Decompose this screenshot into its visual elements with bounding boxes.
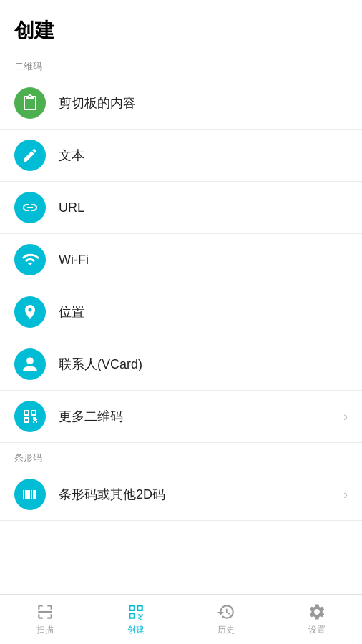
- item-label-barcode: 条形码或其他2D码: [59, 486, 338, 503]
- location-icon: [14, 296, 46, 328]
- list-item-url[interactable]: URL: [0, 182, 362, 234]
- section-qr: 二维码 剪切板的内容 文本 URL Wi-Fi: [0, 52, 362, 443]
- settings-icon: [308, 602, 326, 621]
- section-barcode: 条形码 条形码或其他2D码 ›: [0, 443, 362, 521]
- nav-label-settings: 设置: [308, 624, 326, 636]
- list-item-location[interactable]: 位置: [0, 286, 362, 338]
- nav-item-history[interactable]: 历史: [181, 595, 272, 644]
- list-item-vcard[interactable]: 联系人(VCard): [0, 338, 362, 391]
- list-item-clipboard[interactable]: 剪切板的内容: [0, 77, 362, 130]
- create-icon: [127, 602, 145, 621]
- barcode-icon: [14, 479, 46, 510]
- nav-item-create[interactable]: 创建: [91, 595, 182, 644]
- item-label-url: URL: [59, 200, 348, 215]
- page-title: 创建: [0, 0, 362, 52]
- list-item-barcode[interactable]: 条形码或其他2D码 ›: [0, 469, 362, 521]
- svg-rect-0: [39, 611, 53, 613]
- main-list: 二维码 剪切板的内容 文本 URL Wi-Fi: [0, 52, 362, 594]
- text-icon: [14, 140, 46, 171]
- list-item-more-qr[interactable]: 更多二维码 ›: [0, 391, 362, 443]
- item-label-clipboard: 剪切板的内容: [59, 94, 348, 112]
- nav-label-create: 创建: [127, 624, 145, 636]
- nav-item-settings[interactable]: 设置: [272, 595, 363, 644]
- link-icon: [14, 192, 46, 223]
- nav-item-scan[interactable]: 扫描: [0, 595, 91, 644]
- qr-icon: [14, 401, 46, 432]
- chevron-icon-more-qr: ›: [343, 409, 348, 424]
- section-label-qr: 二维码: [0, 52, 362, 77]
- clipboard-icon: [14, 87, 46, 119]
- item-label-text: 文本: [59, 147, 348, 164]
- list-item-wifi[interactable]: Wi-Fi: [0, 234, 362, 286]
- history-icon: [217, 602, 235, 621]
- list-item-text[interactable]: 文本: [0, 130, 362, 182]
- chevron-icon-barcode: ›: [343, 487, 348, 502]
- person-icon: [14, 348, 46, 380]
- nav-label-scan: 扫描: [36, 624, 54, 636]
- bottom-nav: 扫描 创建 历史 设置: [0, 594, 362, 644]
- wifi-icon: [14, 244, 46, 275]
- nav-label-history: 历史: [217, 624, 235, 636]
- item-label-location: 位置: [59, 303, 348, 321]
- item-label-more-qr: 更多二维码: [59, 408, 338, 425]
- section-label-barcode: 条形码: [0, 443, 362, 469]
- item-label-wifi: Wi-Fi: [59, 253, 348, 268]
- item-label-vcard: 联系人(VCard): [59, 356, 348, 373]
- scan-icon: [36, 602, 54, 621]
